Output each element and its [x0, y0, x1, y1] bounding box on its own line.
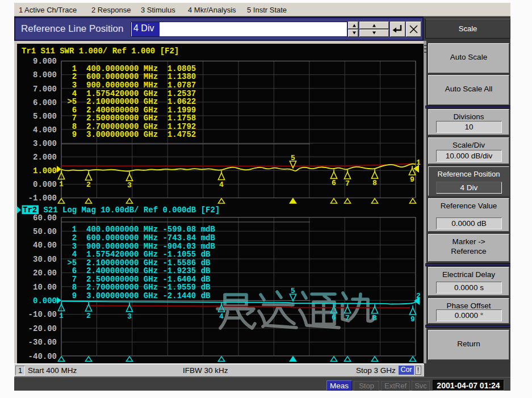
svg-text:10.00: 10.00 — [33, 283, 57, 292]
svg-text:-30.00: -30.00 — [28, 338, 57, 347]
svg-text:2: 2 — [86, 181, 91, 189]
svg-text:60.00: 60.00 — [33, 213, 57, 223]
svg-text:3 900.0000000 MHz 1.0787: 3 900.0000000 MHz 1.0787 — [62, 81, 196, 90]
svg-text:7 2.500000000 GHz 1.1758: 7 2.500000000 GHz 1.1758 — [62, 114, 196, 123]
svg-text:9: 9 — [410, 175, 414, 184]
svg-text:-1.000: -1.000 — [28, 194, 57, 203]
svg-text:1: 1 — [59, 312, 64, 320]
svg-text:8: 8 — [372, 314, 377, 322]
svg-text:0.000: 0.000 — [33, 296, 57, 305]
svg-text:-20.00: -20.00 — [28, 324, 57, 333]
svg-text:20.00: 20.00 — [33, 269, 57, 278]
svg-text:9 3.000000000 GHz -2.1440 dB: 9 3.000000000 GHz -2.1440 dB — [62, 291, 211, 300]
svg-text:3: 3 — [127, 181, 132, 190]
svg-text:9: 9 — [410, 315, 415, 324]
svg-text:40.00: 40.00 — [33, 241, 57, 250]
svg-text:6: 6 — [332, 313, 336, 322]
svg-text:1: 1 — [59, 180, 64, 188]
svg-text:3: 3 — [127, 312, 132, 321]
svg-text:8: 8 — [372, 179, 377, 187]
svg-text:-40.00: -40.00 — [28, 352, 57, 361]
svg-text:50.00: 50.00 — [33, 227, 57, 236]
svg-text:7: 7 — [345, 179, 350, 188]
svg-text:1.000: 1.000 — [33, 166, 57, 175]
svg-text:4: 4 — [219, 181, 224, 189]
svg-text:6.000: 6.000 — [33, 98, 57, 107]
svg-text:8 2.700000000 GHz -1.9559 dB: 8 2.700000000 GHz -1.9559 dB — [62, 283, 211, 292]
svg-text:2 600.0000000 MHz 1.1380: 2 600.0000000 MHz 1.1380 — [62, 72, 196, 81]
svg-text:7: 7 — [345, 314, 350, 322]
svg-text:Tr1 S11 SWR 1.000/ Ref 1.000 [: Tr1 S11 SWR 1.000/ Ref 1.000 [F2] — [22, 47, 179, 56]
svg-text:4.000: 4.000 — [33, 125, 57, 135]
svg-text:2.000: 2.000 — [33, 153, 57, 162]
svg-text:5: 5 — [291, 287, 295, 295]
svg-text:6 2.400000000 GHz -1.9235 dB: 6 2.400000000 GHz -1.9235 dB — [62, 266, 211, 275]
svg-text:S21 Log Mag 10.00dB/ Ref 0.000: S21 Log Mag 10.00dB/ Ref 0.000dB [F2] — [39, 206, 220, 215]
svg-text:4 1.575420000 GHz -1.1055 dB: 4 1.575420000 GHz -1.1055 dB — [62, 250, 211, 259]
svg-text:7.000: 7.000 — [33, 85, 57, 94]
svg-text:9 3.000000000 GHz 1.4752: 9 3.000000000 GHz 1.4752 — [62, 130, 196, 139]
svg-text:6: 6 — [332, 179, 336, 187]
svg-text:2 600.0000000 MHz -743.84 mdB: 2 600.0000000 MHz -743.84 mdB — [62, 233, 215, 242]
svg-text:2: 2 — [86, 312, 91, 320]
svg-text:-10.00: -10.00 — [28, 310, 57, 319]
svg-text:5: 5 — [291, 154, 295, 162]
svg-text:9.000: 9.000 — [33, 57, 57, 66]
svg-text:30.00: 30.00 — [33, 255, 57, 264]
svg-text:8.000: 8.000 — [33, 70, 57, 79]
svg-text:4: 4 — [219, 312, 224, 321]
svg-text:5.000: 5.000 — [33, 112, 57, 121]
svg-text:6 2.400000000 GHz 1.1999: 6 2.400000000 GHz 1.1999 — [62, 106, 196, 115]
svg-text:3.000: 3.000 — [33, 139, 57, 148]
svg-text:Tr2: Tr2 — [23, 206, 37, 215]
svg-text:0.000: 0.000 — [33, 180, 57, 189]
